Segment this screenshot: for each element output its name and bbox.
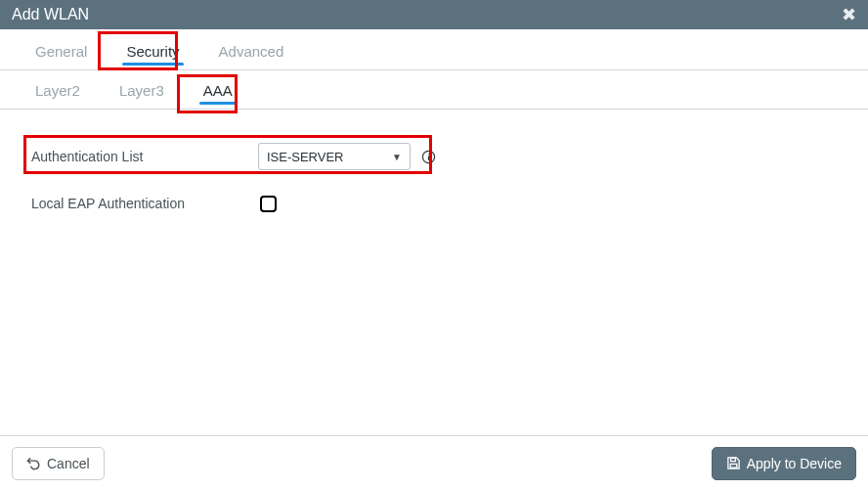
close-icon[interactable]: ✖ xyxy=(842,4,856,25)
tab-general[interactable]: General xyxy=(16,35,107,69)
svg-point-1 xyxy=(427,154,428,155)
label-local-eap: Local EAP Authentication xyxy=(16,196,258,211)
label-authentication-list: Authentication List xyxy=(16,149,258,164)
cancel-button[interactable]: Cancel xyxy=(12,447,105,480)
tab-security[interactable]: Security xyxy=(107,35,198,69)
tab-advanced[interactable]: Advanced xyxy=(199,35,304,69)
sub-tabs: Layer2 Layer3 AAA xyxy=(0,70,868,110)
window-title: Add WLAN xyxy=(12,6,89,23)
chevron-down-icon: ▼ xyxy=(392,152,402,162)
cancel-label: Cancel xyxy=(47,456,90,471)
row-authentication-list: Authentication List ISE-SERVER ▼ xyxy=(16,133,852,180)
apply-button[interactable]: Apply to Device xyxy=(712,447,856,480)
dropdown-value: ISE-SERVER xyxy=(267,150,344,164)
footer: Cancel Apply to Device xyxy=(0,435,868,490)
apply-label: Apply to Device xyxy=(747,456,842,471)
svg-rect-3 xyxy=(730,464,737,468)
subtab-layer3[interactable]: Layer3 xyxy=(100,74,184,109)
info-icon[interactable] xyxy=(420,149,436,164)
save-icon xyxy=(726,456,741,470)
subtab-layer2[interactable]: Layer2 xyxy=(16,74,100,109)
dropdown-authentication-list[interactable]: ISE-SERVER ▼ xyxy=(258,143,411,170)
row-local-eap: Local EAP Authentication xyxy=(16,180,852,227)
checkbox-local-eap[interactable] xyxy=(260,196,277,212)
main-tabs: General Security Advanced xyxy=(0,29,868,70)
form-content: Authentication List ISE-SERVER ▼ Local E… xyxy=(0,110,868,227)
titlebar: Add WLAN ✖ xyxy=(0,0,868,29)
undo-icon xyxy=(26,456,41,470)
svg-rect-4 xyxy=(730,458,735,461)
subtab-aaa[interactable]: AAA xyxy=(184,74,252,109)
